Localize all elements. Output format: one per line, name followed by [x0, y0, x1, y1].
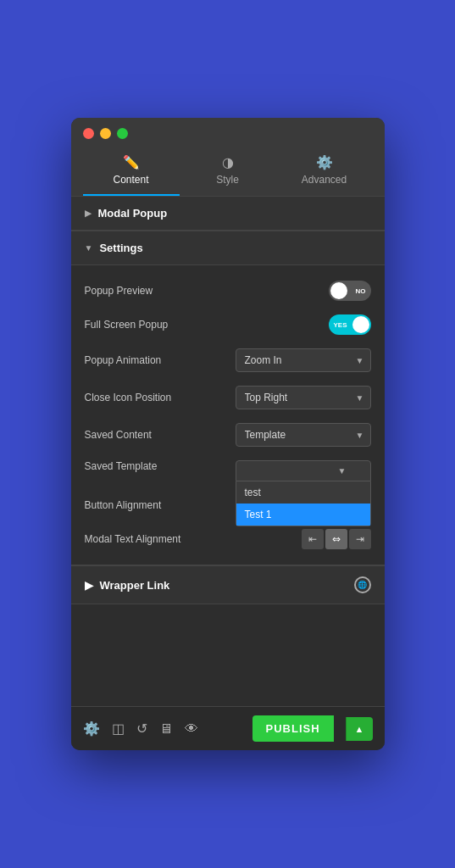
- saved-template-label: Saved Template: [85, 460, 195, 472]
- wrapper-link-label: Wrapper Link: [100, 579, 170, 592]
- layers-icon[interactable]: ◫: [112, 721, 125, 737]
- modal-popup-label: Modal Popup: [98, 207, 168, 220]
- saved-content-select[interactable]: Template Section Page: [236, 423, 371, 447]
- modal-popup-arrow: ▶: [85, 209, 92, 218]
- saved-template-dropdown[interactable]: ▼ test Test 1: [236, 460, 371, 481]
- popup-animation-select-wrapper: Zoom In Fade Slide ▼: [236, 348, 371, 372]
- popup-animation-select[interactable]: Zoom In Fade Slide: [236, 348, 371, 372]
- bottom-toolbar: ⚙️ ◫ ↺ 🖥 👁 PUBLISH ▲: [71, 706, 385, 750]
- settings-body: Popup Preview NO Full Screen Popup YES P…: [71, 265, 385, 565]
- main-window: ✏️ Content ◑ Style ⚙️ Advanced ▶ Modal P…: [71, 118, 385, 750]
- publish-button[interactable]: PUBLISH: [252, 715, 334, 742]
- saved-template-row: Saved Template ▼ test Test 1: [85, 453, 371, 488]
- maximize-button[interactable]: [117, 128, 128, 139]
- traffic-lights: [83, 128, 373, 139]
- saved-template-option-test1[interactable]: Test 1: [236, 504, 370, 526]
- titlebar: ✏️ Content ◑ Style ⚙️ Advanced: [71, 118, 385, 196]
- popup-animation-label: Popup Animation: [85, 354, 195, 366]
- modal-align-right[interactable]: ⇥: [349, 529, 371, 549]
- settings-section: ▼ Settings Popup Preview NO Full Screen …: [71, 231, 385, 565]
- minimize-button[interactable]: [100, 128, 111, 139]
- popup-preview-row: Popup Preview NO: [85, 274, 371, 308]
- tab-advanced[interactable]: ⚙️ Advanced: [276, 149, 373, 196]
- settings-icon[interactable]: ⚙️: [83, 721, 100, 737]
- fullscreen-popup-toggle[interactable]: YES: [329, 314, 371, 335]
- close-icon-position-select[interactable]: Top Right Top Left Bottom Right Bottom L…: [236, 386, 371, 409]
- modal-text-alignment-label: Modal Text Alignment: [85, 533, 195, 545]
- tab-style-label: Style: [216, 174, 239, 186]
- wrapper-link-section[interactable]: ▶ Wrapper Link 🌐: [71, 565, 385, 604]
- modal-text-alignment-buttons: ⇤ ⇔ ⇥: [302, 529, 371, 549]
- globe-icon: 🌐: [354, 576, 371, 593]
- toggle-knob: [330, 282, 347, 299]
- modal-text-alignment-row: Modal Text Alignment ⇤ ⇔ ⇥: [85, 522, 371, 556]
- toggle-on-label: YES: [334, 321, 347, 329]
- settings-header[interactable]: ▼ Settings: [71, 231, 385, 265]
- popup-preview-toggle[interactable]: NO: [329, 281, 371, 301]
- wrapper-link-arrow: ▶: [85, 579, 93, 592]
- toggle-off-label: NO: [356, 287, 366, 295]
- fullscreen-popup-row: Full Screen Popup YES: [85, 308, 371, 342]
- settings-arrow: ▼: [85, 243, 93, 253]
- publish-arrow-button[interactable]: ▲: [346, 717, 373, 741]
- tab-advanced-label: Advanced: [302, 174, 347, 186]
- saved-content-label: Saved Content: [85, 429, 195, 441]
- tab-bar: ✏️ Content ◑ Style ⚙️ Advanced: [83, 149, 373, 196]
- tab-content[interactable]: ✏️ Content: [83, 149, 180, 196]
- fullscreen-popup-label: Full Screen Popup: [85, 319, 195, 331]
- toggle-knob-on: [352, 316, 369, 333]
- monitor-icon[interactable]: 🖥: [159, 721, 173, 737]
- modal-align-left[interactable]: ⇤: [302, 529, 324, 549]
- eye-icon[interactable]: 👁: [185, 721, 198, 737]
- tab-content-label: Content: [113, 174, 148, 186]
- close-icon-position-select-wrapper: Top Right Top Left Bottom Right Bottom L…: [236, 386, 371, 409]
- saved-template-input[interactable]: ▼: [236, 460, 371, 481]
- saved-content-select-wrapper: Template Section Page ▼: [236, 423, 371, 447]
- wrapper-link-left[interactable]: ▶ Wrapper Link: [85, 579, 170, 592]
- saved-template-option-test[interactable]: test: [236, 481, 370, 504]
- modal-popup-section[interactable]: ▶ Modal Popup: [71, 196, 385, 231]
- close-icon-position-row: Close Icon Position Top Right Top Left B…: [85, 379, 371, 416]
- popup-animation-row: Popup Animation Zoom In Fade Slide ▼: [85, 342, 371, 379]
- popup-preview-label: Popup Preview: [85, 285, 195, 297]
- gear-tab-icon: ⚙️: [316, 154, 333, 170]
- settings-label: Settings: [99, 242, 142, 254]
- button-alignment-label: Button Alignment: [85, 499, 195, 511]
- pencil-icon: ✏️: [123, 154, 140, 170]
- saved-content-row: Saved Content Template Section Page ▼: [85, 416, 371, 453]
- saved-template-chevron: ▼: [338, 466, 347, 476]
- close-icon-position-label: Close Icon Position: [85, 392, 195, 403]
- tab-style[interactable]: ◑ Style: [180, 149, 276, 196]
- close-button[interactable]: [83, 128, 94, 139]
- modal-align-center[interactable]: ⇔: [325, 529, 347, 549]
- saved-template-options: test Test 1: [236, 481, 371, 526]
- history-icon[interactable]: ↺: [136, 721, 147, 737]
- content-area: [71, 604, 385, 706]
- half-circle-icon: ◑: [222, 154, 234, 170]
